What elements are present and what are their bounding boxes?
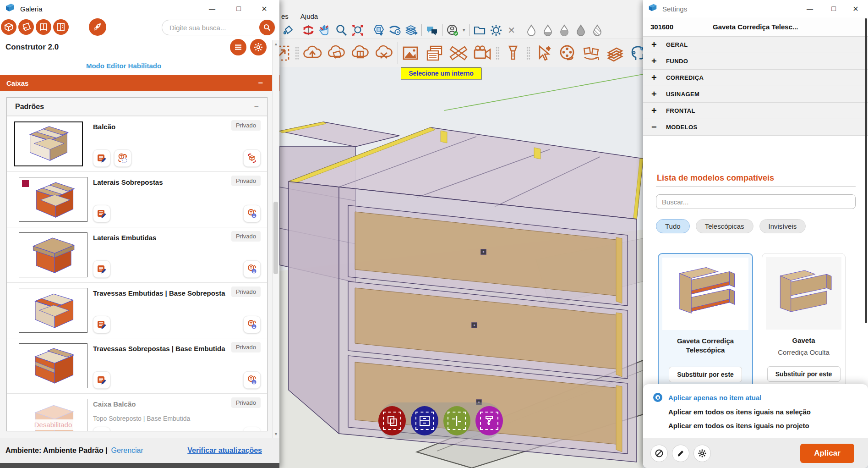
video-camera-icon[interactable]	[472, 43, 493, 64]
edit-item-button[interactable]	[93, 316, 110, 333]
list-item-disabled[interactable]: Desabilitado Caixa Balcão Topo Sobrepost…	[7, 393, 267, 431]
menu-item-ajuda[interactable]: Ajuda	[300, 12, 318, 20]
select-new-icon[interactable]	[533, 43, 554, 64]
section-corredica[interactable]: +CORREDIÇA	[643, 70, 868, 86]
pencil-icon[interactable]	[672, 445, 689, 462]
close-icon[interactable]: ✕	[257, 0, 272, 17]
cancel-circle-icon[interactable]	[650, 445, 668, 462]
scroll-up-icon[interactable]: ▲	[273, 42, 279, 46]
mode-drawers-button[interactable]	[411, 406, 438, 435]
apply-model-button[interactable]	[243, 371, 261, 389]
list-item[interactable]: Laterais Embutidas Privado	[7, 227, 267, 282]
opacity-drop-full-icon[interactable]	[574, 24, 587, 37]
layers-forward-icon[interactable]	[405, 24, 418, 37]
flashlight-filter-icon[interactable]	[502, 43, 524, 64]
gear-icon[interactable]	[250, 39, 267, 55]
apply-option-current[interactable]: Aplicar apenas no item atual	[653, 392, 761, 403]
filter-telescopicas[interactable]: Telescópicas	[696, 219, 753, 233]
delete-x-icon[interactable]: ✕	[506, 25, 517, 36]
stacked-panels-icon[interactable]	[605, 43, 626, 64]
model-card-selected[interactable]: Gaveta Corrediça Telescópica Substituir …	[658, 253, 753, 396]
folder-icon[interactable]	[473, 24, 486, 37]
account-icon[interactable]	[446, 24, 459, 37]
substitute-button[interactable]: Substituir por este	[767, 366, 841, 382]
list-item[interactable]: Balcão Privado	[7, 116, 267, 171]
export-image-icon[interactable]	[400, 43, 421, 64]
galeria-titlebar[interactable]: Galeria — □ ✕	[0, 0, 279, 17]
zoom-extents-icon[interactable]	[351, 24, 364, 37]
mode-hardware-button[interactable]	[475, 406, 503, 435]
apply-option-selection[interactable]: Aplicar em todos os itens iguais na sele…	[668, 406, 811, 417]
account-dropdown-caret-icon[interactable]: ▾	[463, 27, 465, 33]
opacity-drop-hatched-icon[interactable]	[591, 24, 604, 37]
edit-item-button[interactable]	[93, 205, 110, 222]
category-box-button[interactable]	[1, 19, 16, 35]
scrollbar-thumb[interactable]	[273, 202, 278, 274]
edit-item-button[interactable]	[93, 427, 110, 431]
edit-item-button[interactable]	[93, 260, 110, 278]
paint-bucket-icon[interactable]	[281, 24, 294, 37]
section-modelos[interactable]: −MODELOS	[643, 119, 868, 136]
apply-model-button[interactable]	[243, 316, 261, 333]
opacity-drop-empty-icon[interactable]	[525, 24, 538, 37]
settings-titlebar[interactable]: Settings — □ ✕	[643, 0, 868, 17]
transfer-boxes-icon[interactable]	[581, 43, 602, 64]
check-updates-link[interactable]: Verificar atualizações	[187, 446, 262, 455]
film-reel-icon[interactable]	[557, 43, 578, 64]
apply-option-project[interactable]: Aplicar em todos os itens iguais no proj…	[668, 420, 809, 431]
category-panel-button[interactable]	[18, 19, 34, 35]
collapse-icon[interactable]: −	[258, 78, 263, 88]
galeria-scrollbar[interactable]: ▲ ▼	[272, 40, 279, 438]
caixas-section-header[interactable]: Caixas −	[0, 75, 279, 91]
minimize-icon[interactable]: —	[802, 0, 818, 17]
edit-item-button[interactable]	[93, 371, 110, 389]
editor-mode-banner[interactable]: Modo Editor Habilitado	[0, 62, 247, 70]
galeria-search[interactable]	[162, 20, 275, 35]
padroes-header[interactable]: Padrões −	[7, 98, 267, 116]
quick-launch-rocket-button[interactable]	[89, 18, 106, 36]
gear-icon[interactable]	[693, 445, 711, 462]
swap-model-button[interactable]	[114, 149, 131, 167]
component-download-icon[interactable]	[372, 24, 385, 37]
swap-components-icon[interactable]	[388, 24, 401, 37]
close-icon[interactable]: ✕	[848, 0, 863, 17]
settings-gear-icon[interactable]	[490, 24, 502, 37]
section-usinagem[interactable]: +USINAGEM	[643, 86, 868, 103]
reports-window-icon[interactable]	[424, 43, 445, 64]
maximize-icon[interactable]: □	[231, 0, 246, 17]
apply-button[interactable]: Aplicar	[800, 444, 854, 463]
apply-model-button[interactable]	[243, 260, 261, 278]
drawing-tools-icon[interactable]	[448, 43, 469, 64]
cloud-upload-icon[interactable]	[302, 43, 323, 64]
section-frontal[interactable]: +FRONTAL	[643, 103, 868, 119]
models-search-input[interactable]	[656, 194, 856, 209]
search-input[interactable]	[169, 24, 254, 32]
zoom-icon[interactable]	[335, 24, 348, 37]
menu-hamburger-button[interactable]	[230, 39, 246, 55]
orbit-icon[interactable]	[302, 24, 315, 37]
category-cabinet-button[interactable]	[36, 19, 51, 35]
apply-model-button[interactable]	[243, 427, 261, 431]
cloud-tools-icon[interactable]	[373, 43, 394, 64]
model-card[interactable]: Gaveta Corrediça Oculta Substituir por e…	[762, 253, 846, 396]
scroll-down-icon[interactable]: ▼	[273, 432, 279, 436]
filter-tudo[interactable]: Tudo	[656, 219, 690, 233]
settings-scrollbar[interactable]	[865, 18, 867, 323]
replace-cube-button[interactable]	[243, 149, 261, 167]
search-icon[interactable]	[259, 20, 275, 35]
minimize-icon[interactable]: —	[204, 0, 220, 17]
cloud-materials-icon[interactable]	[326, 43, 347, 64]
cloud-cabinet-icon[interactable]	[349, 43, 371, 64]
chat-bubbles-icon[interactable]	[426, 24, 438, 37]
opacity-drop-third-icon[interactable]	[541, 24, 554, 37]
edit-item-button[interactable]	[93, 149, 110, 167]
manage-link[interactable]: Gerenciar	[111, 446, 143, 455]
apply-model-button[interactable]	[243, 205, 261, 222]
opacity-drop-two-thirds-icon[interactable]	[558, 24, 571, 37]
menu-item-extensoes-truncated[interactable]: es	[281, 12, 289, 20]
pan-hand-icon[interactable]	[318, 24, 331, 37]
list-item[interactable]: Laterais Sobrepostas Privado	[7, 171, 267, 227]
mode-divider-button[interactable]	[443, 406, 471, 435]
substitute-button[interactable]: Substituir por este	[669, 367, 742, 382]
list-item[interactable]: Travessas Embutidas | Base Sobreposta Pr…	[7, 282, 267, 338]
